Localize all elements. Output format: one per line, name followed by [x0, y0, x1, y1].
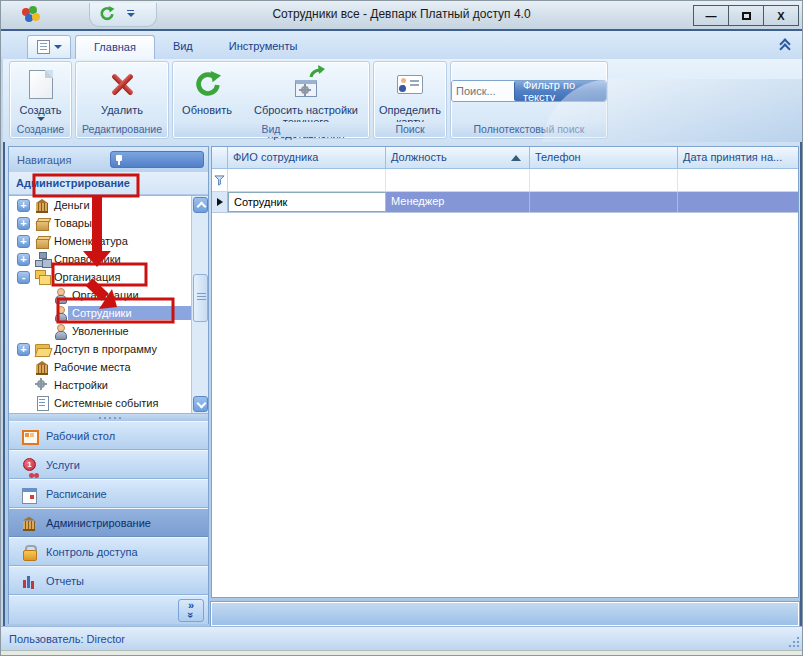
delete-button[interactable]: Удалить — [101, 62, 143, 116]
admin-building-icon — [21, 515, 37, 531]
person-icon — [52, 323, 68, 339]
nav-button-access-control[interactable]: Контроль доступа — [9, 537, 208, 566]
app-menu-icon — [37, 40, 50, 54]
expand-icon[interactable]: + — [17, 235, 30, 248]
minimize-button[interactable]: — — [693, 5, 729, 26]
tab-glavnaya[interactable]: Главная — [75, 35, 155, 61]
document-icon — [34, 395, 50, 411]
navigation-panel: Навигация Администрирование + Деньги + Т… — [8, 146, 209, 624]
employees-grid: ФИО сотрудника Должность Телефон Дата пр… — [211, 146, 799, 598]
tree-item-system-events[interactable]: Системные события — [9, 394, 208, 412]
lock-icon — [21, 544, 37, 560]
current-row-arrow-icon — [217, 198, 223, 206]
column-header-position[interactable]: Должность — [386, 147, 530, 169]
grid-filter-row — [212, 169, 798, 192]
tree-item-nomenclature[interactable]: + Номенклатура — [9, 232, 208, 250]
desktop-icon — [21, 428, 37, 444]
tree-item-employees[interactable]: Сотрудники — [9, 304, 208, 322]
tree-item-goods[interactable]: + Товары — [9, 214, 208, 232]
expand-icon[interactable]: + — [17, 199, 30, 212]
scroll-up-icon[interactable] — [193, 197, 208, 213]
nav-splitter[interactable] — [9, 413, 208, 421]
filter-cell[interactable] — [530, 169, 678, 191]
define-card-button[interactable]: Определить карту — [374, 62, 446, 128]
scrollbar-thumb[interactable] — [193, 274, 208, 322]
nav-button-schedule[interactable]: Расписание — [9, 479, 208, 508]
group-caption-fulltext: Полнотекстовый поиск — [452, 122, 606, 137]
cell-position[interactable]: Менеджер — [386, 192, 530, 212]
cell-phone[interactable] — [530, 192, 678, 212]
column-header-hire-date[interactable]: Дата принятия на... — [678, 147, 798, 169]
tree-item-label: Деньги — [50, 198, 94, 212]
search-input[interactable] — [452, 81, 514, 101]
filter-funnel-icon — [212, 169, 228, 191]
expand-icon[interactable]: + — [17, 253, 30, 266]
pin-icon[interactable] — [110, 151, 205, 168]
application-menu-button[interactable] — [27, 35, 71, 59]
chevron-down-icon[interactable] — [37, 117, 45, 121]
expand-icon[interactable]: + — [17, 343, 30, 356]
calendar-icon — [21, 486, 37, 502]
group-caption-create: Создание — [11, 122, 70, 137]
folders-icon — [34, 269, 50, 285]
grid-corner-cell — [212, 147, 228, 169]
application-window: Сотрудники все - Девпарк Платный доступ … — [0, 0, 803, 656]
expand-icon[interactable]: + — [17, 217, 30, 230]
filter-cell[interactable] — [386, 169, 530, 191]
navigation-caption: Навигация — [9, 147, 208, 172]
award-badge-icon — [21, 457, 37, 473]
tree-item-label: Номенклатура — [50, 234, 132, 248]
tree-item-money[interactable]: + Деньги — [9, 196, 208, 214]
column-header-fio[interactable]: ФИО сотрудника — [228, 147, 386, 169]
collapse-ribbon-icon[interactable] — [779, 40, 790, 52]
tree-item-dismissed[interactable]: Уволенные — [9, 322, 208, 340]
delete-button-label: Удалить — [101, 104, 143, 116]
nav-button-label: Контроль доступа — [46, 546, 138, 558]
person-card-icon — [397, 75, 423, 94]
filter-by-text-button[interactable]: Фильтр по тексту — [514, 81, 606, 101]
money-icon — [34, 197, 50, 213]
more-buttons-chevron-icon[interactable]: »» — [178, 599, 204, 622]
tab-vid[interactable]: Вид — [155, 35, 211, 61]
tree-item-label: Справочники — [50, 252, 125, 266]
filter-cell[interactable] — [228, 169, 386, 191]
tree-item-directories[interactable]: + Справочники — [9, 250, 208, 268]
tree-item-program-access[interactable]: + Доступ в программу — [9, 340, 208, 358]
create-button[interactable]: Создать — [20, 62, 62, 121]
tree-item-workplaces[interactable]: Рабочие места — [9, 358, 208, 376]
tree-item-label: Организация — [50, 270, 124, 284]
nav-button-administration[interactable]: Администрирование — [9, 508, 208, 537]
refresh-button[interactable]: Обновить — [173, 62, 241, 116]
status-bar: Пользователь: Director — [1, 626, 802, 650]
nav-group-header-administration[interactable]: Администрирование — [9, 172, 208, 195]
title-bar: Сотрудники все - Девпарк Платный доступ … — [1, 1, 802, 29]
nav-button-label: Отчеты — [46, 575, 84, 587]
resize-grip[interactable] — [787, 635, 799, 647]
tree-item-settings[interactable]: Настройки — [9, 376, 208, 394]
scroll-down-icon[interactable] — [193, 396, 208, 412]
nav-button-services[interactable]: Услуги — [9, 450, 208, 479]
fulltext-search-box: Фильтр по тексту — [451, 80, 607, 102]
nav-button-desktop[interactable]: Рабочий стол — [9, 421, 208, 450]
ribbon: Создать Создание Удалить Редактирование — [3, 59, 802, 142]
org-chart-icon — [34, 251, 50, 267]
table-row[interactable]: Сотрудник Менеджер — [212, 192, 798, 213]
tree-item-label: Организации — [68, 288, 143, 302]
nav-button-reports[interactable]: Отчеты — [9, 566, 208, 595]
column-header-phone[interactable]: Телефон — [530, 147, 678, 169]
cell-date[interactable] — [678, 192, 798, 212]
navigation-tree: + Деньги + Товары + Номенклатура + — [9, 195, 208, 413]
tree-item-organizations[interactable]: Организации — [9, 286, 208, 304]
nav-button-label: Администрирование — [46, 517, 151, 529]
cell-fio[interactable]: Сотрудник — [228, 192, 386, 212]
collapse-icon[interactable]: - — [17, 271, 30, 284]
chevron-down-icon — [54, 45, 62, 49]
close-button[interactable]: X — [763, 5, 799, 26]
tree-item-organization[interactable]: - Организация — [9, 268, 208, 286]
tree-scrollbar[interactable] — [191, 196, 208, 413]
status-user: Пользователь: Director — [9, 633, 125, 645]
tab-instrumenty[interactable]: Инструменты — [211, 35, 316, 61]
filter-cell[interactable] — [678, 169, 798, 191]
box-icon — [34, 215, 50, 231]
maximize-button[interactable] — [728, 5, 764, 26]
